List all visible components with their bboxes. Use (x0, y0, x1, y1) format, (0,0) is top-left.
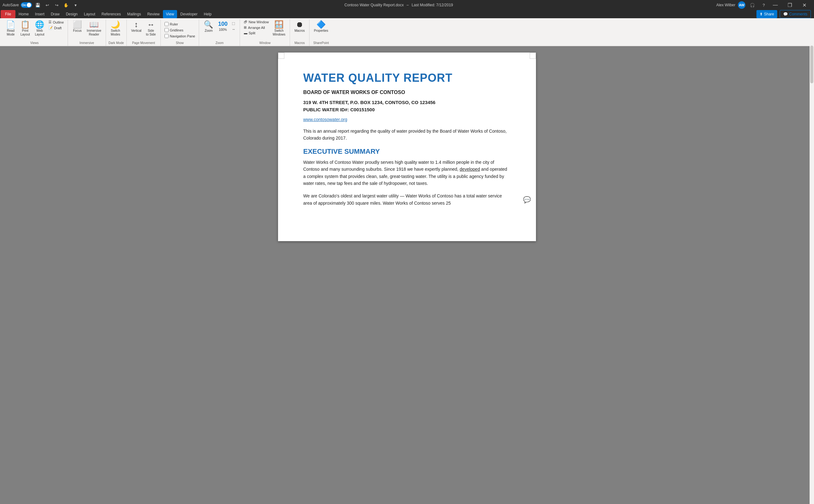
menu-references[interactable]: References (98, 10, 124, 18)
save-button[interactable]: 💾 (33, 1, 42, 9)
autosave-area: AutoSave On (3, 2, 32, 8)
comments-button[interactable]: 💬 Comments (780, 10, 811, 18)
touch-button[interactable]: ✋ (62, 1, 70, 9)
properties-icon: 🔷 (316, 21, 326, 28)
macros-group-label: Macros (292, 41, 307, 45)
focus-button[interactable]: ⬜ Focus (70, 19, 84, 33)
navpane-checkbox-label[interactable]: Navigation Pane (163, 33, 196, 39)
zoom-100-button[interactable]: 100 100% (216, 19, 229, 32)
window-group-items: 🗗 New Window ⊞ Arrange All ▬ Split 🪟 Swi… (242, 19, 287, 41)
menu-bar: File Home Insert Draw Design Layout Refe… (0, 10, 814, 18)
print-layout-icon: 📋 (20, 21, 30, 28)
split-button[interactable]: ▬ Split (242, 30, 270, 36)
outline-button[interactable]: ☰ Outline (47, 19, 65, 25)
zoom-button[interactable]: 🔍 Zoom (202, 19, 215, 33)
title-bar: AutoSave On 💾 ↩ ↪ ✋ ▾ Contoso Water Qual… (0, 0, 814, 10)
arrange-all-button[interactable]: ⊞ Arrange All (242, 25, 270, 30)
underline-developed: developed (460, 167, 480, 172)
print-layout-button[interactable]: 📋 PrintLayout (18, 19, 32, 37)
gridlines-checkbox-label[interactable]: Gridlines (163, 27, 196, 33)
new-window-button[interactable]: 🗗 New Window (242, 19, 270, 25)
macros-icon: ⏺ (296, 21, 303, 28)
macros-group-items: ⏺ Macros (292, 19, 307, 41)
immersive-group-items: ⬜ Focus 📖 ImmersiveReader (70, 19, 103, 41)
menu-view[interactable]: View (163, 10, 177, 18)
macros-button[interactable]: ⏺ Macros (292, 19, 307, 33)
menu-home[interactable]: Home (15, 10, 32, 18)
switch-modes-button[interactable]: 🌙 SwitchModes (108, 19, 122, 37)
document-title-bar: Contoso Water Quality Report.docx – Last… (81, 3, 716, 7)
menu-review[interactable]: Review (144, 10, 163, 18)
navpane-checkbox[interactable] (164, 34, 169, 38)
address-line2: PUBLIC WATER ID#: C00151500 (303, 106, 511, 114)
menu-design[interactable]: Design (63, 10, 80, 18)
show-group-items: Ruler Gridlines Navigation Pane (163, 19, 196, 41)
side-to-side-button[interactable]: ↔ Sideto Side (144, 19, 158, 37)
page-corner-tr (530, 53, 536, 59)
share-icon: ⬆ (760, 12, 763, 16)
address-line1: 319 W. 4TH STREET, P.O. BOX 1234, CONTOS… (303, 99, 511, 106)
user-avatar[interactable]: AW (738, 1, 745, 9)
ribbon-group-immersive: ⬜ Focus 📖 ImmersiveReader Immersive (68, 19, 106, 46)
menu-file[interactable]: File (1, 10, 15, 18)
comment-bubble[interactable]: 💬 (523, 196, 531, 203)
zoom-fit-page-button[interactable]: ⬚ (230, 21, 237, 26)
section1-title: EXECUTIVE SUMMARY (303, 147, 511, 156)
toggle-on-label: On (22, 3, 26, 7)
show-checkboxes: Ruler Gridlines Navigation Pane (163, 21, 196, 39)
minimize-button[interactable]: — (768, 0, 783, 10)
close-button[interactable]: ✕ (797, 0, 811, 10)
menu-developer[interactable]: Developer (177, 10, 201, 18)
ruler-checkbox-label[interactable]: Ruler (163, 21, 196, 27)
immersive-reader-icon: 📖 (89, 21, 99, 28)
menu-mailings[interactable]: Mailings (124, 10, 144, 18)
zoom-group-label: Zoom (202, 41, 237, 45)
document-address: 319 W. 4TH STREET, P.O. BOX 1234, CONTOS… (303, 99, 511, 113)
ribbon-group-show: Ruler Gridlines Navigation Pane Show (161, 19, 199, 46)
ribbon-group-window: 🗗 New Window ⊞ Arrange All ▬ Split 🪟 Swi… (240, 19, 290, 46)
arrange-all-icon: ⊞ (244, 25, 246, 30)
menu-draw[interactable]: Draw (47, 10, 63, 18)
views-group-items: 📄 ReadMode 📋 PrintLayout 🌐 WebLayout ☰ O… (4, 19, 65, 41)
show-group-label: Show (163, 41, 196, 45)
immersive-reader-button[interactable]: 📖 ImmersiveReader (85, 19, 103, 37)
sharepoint-group-label: SharePoint (312, 41, 330, 45)
switch-windows-button[interactable]: 🪟 SwitchWindows (271, 19, 287, 37)
menu-layout[interactable]: Layout (81, 10, 98, 18)
skype-icon[interactable]: 🎧 (748, 1, 757, 9)
pagemovement-group-label: Page Movement (129, 41, 158, 45)
website-link[interactable]: www.contosowater.org (303, 117, 511, 122)
document-subtitle: BOARD OF WATER WORKS OF CONTOSO (303, 90, 511, 95)
pagemovement-group-items: ↕ Vertical ↔ Sideto Side (129, 19, 158, 41)
ribbon-content: 📄 ReadMode 📋 PrintLayout 🌐 WebLayout ☰ O… (0, 18, 814, 46)
menu-help[interactable]: Help (201, 10, 215, 18)
user-area: Alex Wilber AW 🎧 ? (716, 1, 768, 9)
qa-dropdown[interactable]: ▾ (71, 1, 80, 9)
autosave-toggle[interactable]: On (21, 2, 32, 8)
gridlines-checkbox[interactable] (164, 28, 169, 32)
read-mode-icon: 📄 (6, 21, 15, 28)
ribbon-group-zoom: 🔍 Zoom 100 100% ⬚ ↔ (199, 19, 240, 46)
section1-para1: Water Works of Contoso Water proudly ser… (303, 159, 511, 187)
ruler-checkbox[interactable] (164, 22, 169, 26)
redo-button[interactable]: ↪ (52, 1, 61, 9)
read-mode-button[interactable]: 📄 ReadMode (4, 19, 18, 37)
ribbon-group-views: 📄 ReadMode 📋 PrintLayout 🌐 WebLayout ☰ O… (1, 19, 68, 46)
menu-insert[interactable]: Insert (32, 10, 47, 18)
properties-button[interactable]: 🔷 Properties (312, 19, 330, 33)
share-button[interactable]: ⬆ Share (756, 10, 777, 18)
draft-button[interactable]: 📝 Draft (47, 25, 65, 30)
comments-icon: 💬 (783, 12, 788, 16)
scrollbar-thumb[interactable] (810, 46, 813, 83)
darkmode-group-label: Dark Mode (108, 41, 124, 45)
restore-button[interactable]: ❐ (783, 0, 797, 10)
zoom-fit-width-button[interactable]: ↔ (230, 27, 237, 32)
draft-icon: 📝 (48, 26, 53, 30)
zoom-fit-buttons: ⬚ ↔ (230, 21, 237, 32)
undo-button[interactable]: ↩ (43, 1, 52, 9)
web-layout-button[interactable]: 🌐 WebLayout (33, 19, 47, 37)
vertical-button[interactable]: ↕ Vertical (129, 19, 143, 33)
ribbon-group-pagemovement: ↕ Vertical ↔ Sideto Side Page Movement (127, 19, 161, 46)
views-group-label: Views (4, 41, 65, 45)
help-icon[interactable]: ? (759, 1, 768, 9)
